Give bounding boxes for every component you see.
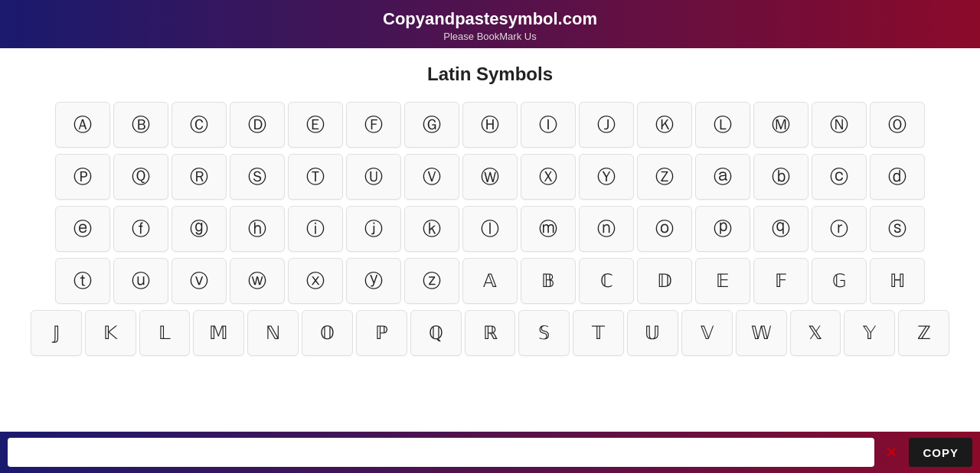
page-title-container: Latin Symbols	[31, 64, 949, 85]
symbol-cell[interactable]: Ⓗ	[462, 102, 518, 148]
symbol-cell[interactable]: Ⓛ	[695, 102, 750, 148]
site-header: Copyandpastesymbol.com Please BookMark U…	[0, 0, 980, 48]
main-content: Latin Symbols ⒶⒷⒸⒹⒺⒻⒼⒽⒾⒿⓀⓁⓂⓃⓄⓅⓆⓇⓈⓉⓊⓋⓌⓍⓎⓏ…	[0, 48, 980, 432]
symbol-cell[interactable]: Ⓞ	[870, 102, 925, 148]
symbol-cell[interactable]: ⓨ	[346, 258, 401, 304]
symbol-cell[interactable]: 𝕆	[302, 310, 353, 356]
symbol-cell[interactable]: Ⓜ	[753, 102, 808, 148]
symbol-cell[interactable]: ⓩ	[404, 258, 459, 304]
symbol-cell[interactable]: ⓚ	[404, 206, 459, 252]
symbol-cell[interactable]: 𝔹	[521, 258, 576, 304]
symbol-cell[interactable]: 𝔸	[462, 258, 518, 304]
symbol-cell[interactable]: Ⓘ	[521, 102, 576, 148]
symbol-cell[interactable]: ℙ	[356, 310, 407, 356]
symbol-cell[interactable]: 𝔼	[695, 258, 750, 304]
symbol-cell[interactable]: ℕ	[247, 310, 299, 356]
symbol-cell[interactable]: 𝕄	[193, 310, 244, 356]
symbol-cell[interactable]: Ⓐ	[55, 102, 110, 148]
symbol-cell[interactable]: Ⓣ	[288, 154, 343, 200]
symbol-cell[interactable]: Ⓡ	[172, 154, 227, 200]
symbol-cell[interactable]: 𝕐	[844, 310, 895, 356]
symbol-row-1: ⓅⓆⓇⓈⓉⓊⓋⓌⓍⓎⓏⓐⓑⓒⓓ	[31, 154, 949, 200]
symbol-cell[interactable]: ℝ	[465, 310, 516, 356]
symbol-cell[interactable]: Ⓝ	[812, 102, 867, 148]
symbol-cell[interactable]: ⓙ	[346, 206, 401, 252]
footer-bar: ✕ COPY	[0, 432, 980, 473]
symbol-cell[interactable]: ⓡ	[812, 206, 867, 252]
symbol-cell[interactable]: ⓤ	[113, 258, 168, 304]
symbol-cell[interactable]: ⓢ	[870, 206, 925, 252]
symbol-cell[interactable]: ⓔ	[55, 206, 110, 252]
symbol-cell[interactable]: Ⓟ	[55, 154, 110, 200]
symbol-cell[interactable]: 𝔽	[753, 258, 808, 304]
symbol-cell[interactable]: Ⓒ	[172, 102, 227, 148]
symbol-cell[interactable]: Ⓔ	[288, 102, 343, 148]
symbol-cell[interactable]: Ⓙ	[579, 102, 634, 148]
symbol-cell[interactable]: Ⓑ	[113, 102, 168, 148]
symbol-cell[interactable]: Ⓠ	[113, 154, 168, 200]
symbol-cell[interactable]: ℤ	[898, 310, 949, 356]
symbol-row-2: ⓔⓕⓖⓗⓘⓙⓚⓛⓜⓝⓞⓟⓠⓡⓢ	[31, 206, 949, 252]
symbol-cell[interactable]: Ⓧ	[521, 154, 576, 200]
symbol-cell[interactable]: 𝕌	[627, 310, 678, 356]
site-name: Copyandpastesymbol.com	[0, 9, 980, 29]
symbol-cell[interactable]: ⓝ	[579, 206, 634, 252]
symbol-cell[interactable]: ⓖ	[172, 206, 227, 252]
site-tagline: Please BookMark Us	[0, 31, 980, 42]
symbol-cell[interactable]: ℂ	[579, 258, 634, 304]
symbol-cell[interactable]: ⓟ	[695, 206, 750, 252]
symbol-cell[interactable]: ⓒ	[812, 154, 867, 200]
symbol-cell[interactable]: 𝕍	[681, 310, 733, 356]
page-title: Latin Symbols	[31, 64, 949, 85]
symbol-cell[interactable]: Ⓦ	[462, 154, 518, 200]
symbol-cell[interactable]: ℚ	[410, 310, 462, 356]
symbol-cell[interactable]: 𝔾	[812, 258, 867, 304]
symbol-cell[interactable]: ⓜ	[521, 206, 576, 252]
symbol-cell[interactable]: ⓠ	[753, 206, 808, 252]
symbol-cell[interactable]: ⓣ	[55, 258, 110, 304]
symbol-row-0: ⒶⒷⒸⒹⒺⒻⒼⒽⒾⒿⓀⓁⓂⓃⓄ	[31, 102, 949, 148]
symbol-cell[interactable]: ⓛ	[462, 206, 518, 252]
copy-button[interactable]: COPY	[909, 438, 972, 467]
symbol-cell[interactable]: ⓥ	[172, 258, 227, 304]
symbol-cell[interactable]: Ⓢ	[230, 154, 285, 200]
symbol-cell[interactable]: Ⓩ	[637, 154, 692, 200]
symbol-cell[interactable]: Ⓚ	[637, 102, 692, 148]
symbol-cell[interactable]: ⓦ	[230, 258, 285, 304]
symbol-row-4: 𝕁𝕂𝕃𝕄ℕ𝕆ℙℚℝ𝕊𝕋𝕌𝕍𝕎𝕏𝕐ℤ	[31, 310, 949, 356]
symbol-cell[interactable]: ⓧ	[288, 258, 343, 304]
symbol-cell[interactable]: 𝔻	[637, 258, 692, 304]
symbol-cell[interactable]: 𝕂	[85, 310, 136, 356]
symbol-row-3: ⓣⓤⓥⓦⓧⓨⓩ𝔸𝔹ℂ𝔻𝔼𝔽𝔾ℍ	[31, 258, 949, 304]
symbol-cell[interactable]: Ⓥ	[404, 154, 459, 200]
symbol-cell[interactable]: ⓐ	[695, 154, 750, 200]
symbol-cell[interactable]: ⓞ	[637, 206, 692, 252]
symbol-cell[interactable]: 𝕋	[573, 310, 624, 356]
copy-input[interactable]	[8, 438, 874, 467]
symbol-cell[interactable]: ⓓ	[870, 154, 925, 200]
symbol-cell[interactable]: 𝕁	[31, 310, 82, 356]
symbol-cell[interactable]: Ⓨ	[579, 154, 634, 200]
clear-button[interactable]: ✕	[880, 438, 903, 467]
symbol-cell[interactable]: 𝕊	[518, 310, 570, 356]
symbol-cell[interactable]: ⓗ	[230, 206, 285, 252]
symbol-cell[interactable]: Ⓕ	[346, 102, 401, 148]
symbol-cell[interactable]: Ⓓ	[230, 102, 285, 148]
symbol-cell[interactable]: ⓑ	[753, 154, 808, 200]
symbols-grid: ⒶⒷⒸⒹⒺⒻⒼⒽⒾⒿⓀⓁⓂⓃⓄⓅⓆⓇⓈⓉⓊⓋⓌⓍⓎⓏⓐⓑⓒⓓⓔⓕⓖⓗⓘⓙⓚⓛⓜⓝ…	[31, 102, 949, 356]
symbol-cell[interactable]: ⓕ	[113, 206, 168, 252]
symbol-cell[interactable]: Ⓤ	[346, 154, 401, 200]
symbol-cell[interactable]: 𝕎	[736, 310, 787, 356]
symbol-cell[interactable]: ℍ	[870, 258, 925, 304]
symbol-cell[interactable]: Ⓖ	[404, 102, 459, 148]
symbol-cell[interactable]: ⓘ	[288, 206, 343, 252]
symbol-cell[interactable]: 𝕏	[790, 310, 841, 356]
symbol-cell[interactable]: 𝕃	[139, 310, 191, 356]
